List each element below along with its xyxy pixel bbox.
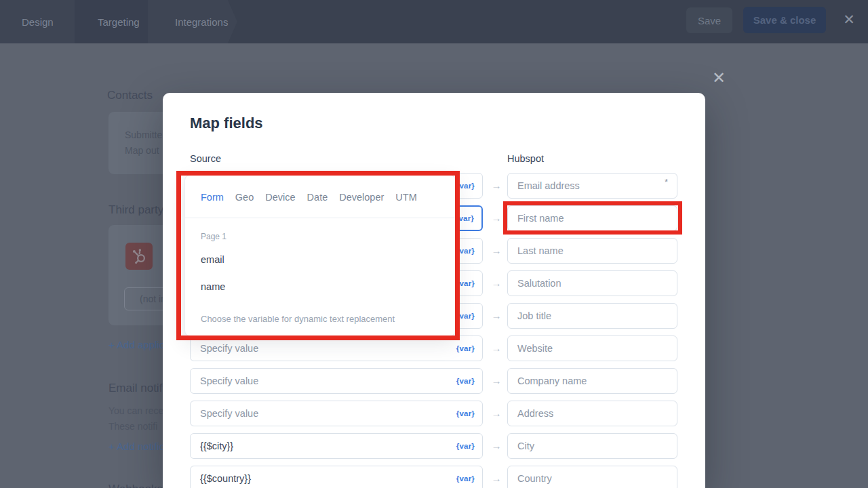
variable-category-tabs: FormGeoDeviceDateDeveloperUTM	[201, 192, 417, 203]
var-tag-button[interactable]: {var}	[456, 344, 475, 352]
dropdown-tab-form[interactable]: Form	[201, 192, 224, 203]
hubspot-field-label: City	[517, 441, 534, 451]
screen: Contacts Submitte Map out Third party (n…	[0, 0, 868, 488]
email-notifications-line1: You can rece	[108, 405, 163, 416]
hubspot-field-select[interactable]: Salutation	[507, 270, 677, 296]
dropdown-group-label: Page 1	[201, 232, 226, 241]
source-field-value: Specify value	[200, 343, 258, 354]
map-fields-modal: Map fields Source Hubspot {var} → Email …	[163, 93, 705, 488]
mapping-arrow-icon: →	[490, 212, 502, 224]
hubspot-field-select[interactable]: Last name	[507, 238, 677, 264]
hubspot-field-label: Company name	[517, 375, 587, 386]
hubspot-field-label: First name	[517, 213, 564, 224]
modal-title: Map fields	[190, 115, 263, 132]
mapping-arrow-icon: →	[490, 180, 502, 191]
tab-integrations[interactable]: Integrations	[148, 0, 237, 43]
variable-option-name[interactable]: name	[201, 281, 225, 292]
mapping-arrow-icon: →	[490, 472, 502, 484]
required-asterisk: *	[665, 177, 668, 187]
dropdown-tab-date[interactable]: Date	[307, 192, 328, 203]
var-tag-button[interactable]: {var}	[456, 377, 475, 385]
hubspot-field-label: Job title	[517, 310, 551, 321]
hubspot-field-label: Country	[517, 473, 552, 484]
var-tag-button[interactable]: {var}	[456, 442, 475, 450]
source-field-input[interactable]: Specify value {var}	[190, 368, 483, 394]
dropdown-hint-text: Choose the variable for dynamic text rep…	[201, 314, 395, 324]
hubspot-field-label: Salutation	[517, 278, 561, 289]
mapping-arrow-icon: →	[490, 310, 502, 321]
hubspot-field-label: Last name	[517, 245, 564, 256]
var-tag-button[interactable]: {var}	[456, 247, 475, 255]
var-tag-button[interactable]: {var}	[456, 474, 475, 483]
dropdown-tab-device[interactable]: Device	[265, 192, 295, 203]
hubspot-column-label: Hubspot	[507, 153, 544, 164]
source-field-input[interactable]: {{$country}} {var}	[190, 466, 483, 488]
bottom-section-heading: Webhooks	[108, 483, 163, 488]
var-tag-button[interactable]: {var}	[456, 312, 475, 320]
hubspot-logo-icon	[125, 243, 153, 270]
third-party-heading: Third party	[108, 203, 163, 217]
mapping-arrow-icon: →	[490, 245, 502, 256]
modal-close-icon[interactable]: ✕	[709, 68, 728, 87]
mapping-arrow-icon: →	[490, 407, 502, 419]
add-notification-link[interactable]: + Add notific	[108, 441, 164, 452]
email-notifications-heading: Email notifi	[108, 382, 165, 395]
source-field-input[interactable]: Specify value {var}	[190, 336, 483, 361]
hubspot-field-select[interactable]: Email address *	[507, 173, 677, 199]
var-tag-button[interactable]: {var}	[456, 214, 474, 222]
dropdown-tab-geo[interactable]: Geo	[235, 192, 254, 203]
source-field-input[interactable]: {{$city}} {var}	[190, 433, 483, 459]
top-bar: Design Targeting Integrations Save Save …	[0, 0, 868, 43]
source-field-input[interactable]: Specify value {var}	[190, 401, 483, 426]
hubspot-field-label: Website	[517, 343, 553, 354]
dropdown-tab-developer[interactable]: Developer	[339, 192, 384, 203]
add-application-link[interactable]: + Add applic	[108, 339, 164, 350]
contacts-card-line2: Map out	[125, 145, 159, 156]
source-field-value: {{$city}}	[200, 441, 233, 451]
source-field-value: Specify value	[200, 375, 258, 386]
hubspot-field-select[interactable]: Company name	[507, 368, 677, 394]
hubspot-field-select[interactable]: Job title	[507, 303, 677, 329]
source-column-label: Source	[190, 153, 221, 164]
hubspot-field-select[interactable]: First name	[507, 205, 677, 231]
save-button[interactable]: Save	[686, 7, 732, 33]
mapping-arrow-icon: →	[490, 342, 502, 354]
tab-design[interactable]: Design	[0, 0, 84, 43]
var-tag-button[interactable]: {var}	[456, 182, 475, 190]
hubspot-field-select[interactable]: Website	[507, 336, 677, 361]
variable-option-email[interactable]: email	[201, 254, 224, 265]
contacts-heading: Contacts	[107, 89, 153, 102]
dropdown-tab-utm[interactable]: UTM	[395, 192, 416, 203]
mapping-arrow-icon: →	[490, 277, 502, 289]
hubspot-field-select[interactable]: Country	[507, 466, 677, 488]
hubspot-field-select[interactable]: Address	[507, 401, 677, 426]
email-notifications-line2: These notifi	[108, 421, 157, 432]
save-and-close-button[interactable]: Save & close	[743, 7, 826, 33]
var-tag-button[interactable]: {var}	[456, 409, 475, 418]
mapping-arrow-icon: →	[490, 440, 502, 451]
variable-picker-dropdown: FormGeoDeviceDateDeveloperUTM Page 1 ema…	[184, 175, 456, 336]
close-editor-icon[interactable]: ✕	[841, 12, 857, 28]
mapping-arrow-icon: →	[490, 375, 502, 386]
hubspot-field-select[interactable]: City	[507, 433, 677, 459]
hubspot-field-label: Address	[517, 408, 553, 419]
dropdown-divider	[185, 218, 455, 218]
source-field-value: Specify value	[200, 408, 258, 419]
contacts-card-line1: Submitte	[125, 129, 162, 140]
hubspot-field-label: Email address	[517, 180, 580, 191]
source-field-value: {{$country}}	[200, 473, 251, 484]
var-tag-button[interactable]: {var}	[456, 279, 475, 287]
tab-targeting[interactable]: Targeting	[75, 0, 157, 43]
